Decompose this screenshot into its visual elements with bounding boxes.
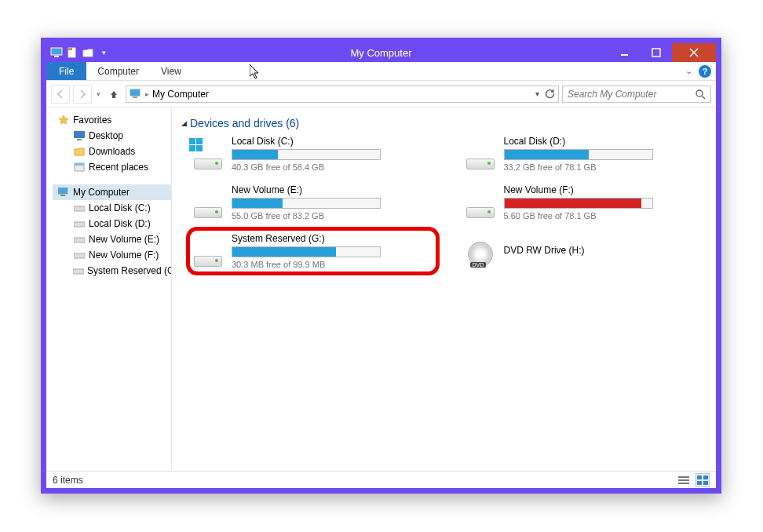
sidebar-item-drive-c[interactable]: Local Disk (C:): [53, 200, 171, 216]
sidebar-item-downloads[interactable]: Downloads: [53, 144, 171, 159]
drive-free-text: 33.2 GB free of 78.1 GB: [504, 162, 706, 172]
address-location[interactable]: My Computer: [152, 89, 532, 100]
sidebar-item-recent[interactable]: Recent places: [53, 159, 171, 175]
status-bar: 6 items: [46, 471, 716, 488]
recent-places-icon: [73, 161, 86, 173]
svg-point-8: [696, 90, 703, 97]
nav-up-button[interactable]: [105, 86, 122, 103]
tiles-view-button[interactable]: [695, 473, 710, 487]
titlebar[interactable]: ▾ My Computer: [46, 43, 716, 62]
drive-free-text: 40.3 GB free of 58.4 GB: [232, 162, 433, 172]
sidebar-item-label: Downloads: [89, 146, 135, 157]
nav-forward-button[interactable]: [73, 85, 92, 104]
computer-icon: [57, 186, 70, 199]
desktop-icon: [73, 129, 86, 142]
sidebar-item-drive-d[interactable]: Local Disk (D:): [53, 216, 171, 231]
sidebar-item-desktop[interactable]: Desktop: [53, 128, 171, 144]
svg-rect-22: [196, 138, 203, 144]
drive-tile[interactable]: New Volume (E:)55.0 GB free of 83.2 GB: [191, 183, 435, 222]
address-dropdown-icon[interactable]: ▾: [535, 89, 539, 98]
svg-rect-14: [58, 188, 68, 194]
hdd-icon: [73, 217, 86, 230]
drive-capacity-bar: [232, 198, 381, 209]
svg-rect-29: [703, 476, 708, 479]
svg-rect-11: [77, 139, 82, 140]
hdd-drive-icon: [465, 187, 496, 218]
hdd-drive-icon: [192, 187, 224, 218]
drive-capacity-bar: [232, 149, 381, 160]
maximize-button[interactable]: [641, 43, 672, 62]
star-icon: [57, 114, 70, 126]
address-bar: ▾ ▸ My Computer ▾: [46, 81, 716, 107]
search-box[interactable]: [562, 86, 711, 103]
drive-capacity-bar: [504, 149, 653, 160]
details-view-button[interactable]: [677, 473, 691, 487]
svg-rect-15: [60, 195, 65, 196]
favorites-group: Favorites Desktop Downloads Recent place…: [53, 112, 171, 175]
svg-rect-3: [68, 48, 72, 50]
search-icon[interactable]: [695, 89, 706, 100]
svg-line-9: [702, 96, 705, 99]
drive-tile[interactable]: DVDDVD RW Drive (H:): [463, 231, 707, 271]
computer-icon: [49, 46, 64, 60]
recent-locations-icon[interactable]: ▾: [97, 90, 100, 98]
svg-rect-10: [74, 131, 85, 138]
svg-rect-4: [621, 54, 628, 56]
sidebar-item-drive-e[interactable]: New Volume (E:): [53, 231, 171, 247]
address-box[interactable]: ▸ My Computer ▾: [126, 86, 559, 103]
drive-free-text: 5.60 GB free of 78.1 GB: [504, 211, 706, 220]
svg-rect-19: [74, 253, 85, 258]
nav-back-button[interactable]: [51, 85, 70, 104]
breadcrumb-separator-icon[interactable]: ▸: [145, 90, 149, 98]
group-header-label: Devices and drives (6): [190, 117, 299, 129]
content-pane[interactable]: ◢ Devices and drives (6) Local Disk (C:)…: [172, 107, 716, 471]
folder-icon[interactable]: [81, 46, 95, 60]
sidebar-item-label: Local Disk (C:): [89, 202, 151, 213]
sidebar-item-label: My Computer: [73, 187, 130, 198]
tab-view[interactable]: View: [150, 62, 192, 80]
favorites-header[interactable]: Favorites: [53, 112, 171, 128]
svg-rect-28: [697, 476, 702, 479]
ribbon-tabs: File Computer View ⌄ ?: [46, 62, 716, 81]
drive-tile[interactable]: Local Disk (D:)33.2 GB free of 78.1 GB: [463, 134, 707, 173]
svg-rect-18: [74, 238, 85, 242]
hdd-icon: [73, 264, 84, 277]
sidebar-item-computer[interactable]: My Computer: [53, 184, 171, 200]
minimize-button[interactable]: [609, 43, 641, 62]
svg-rect-25: [678, 476, 689, 478]
sidebar-item-drive-g[interactable]: System Reserved (G:): [53, 263, 171, 279]
computer-location-icon: [130, 88, 142, 100]
quick-access-toolbar: ▾: [46, 46, 111, 60]
svg-rect-20: [73, 269, 84, 274]
svg-rect-26: [678, 479, 689, 481]
dropdown-arrow-icon[interactable]: ▾: [97, 46, 111, 60]
drive-capacity-bar: [232, 246, 381, 257]
ribbon-collapse-icon[interactable]: ⌄: [685, 66, 692, 76]
hdd-icon: [73, 249, 86, 261]
file-tab[interactable]: File: [46, 62, 86, 80]
sidebar-item-label: System Reserved (G:): [87, 265, 172, 276]
drive-capacity-bar: [504, 198, 653, 209]
sidebar-item-label: Recent places: [89, 162, 148, 173]
svg-rect-1: [54, 56, 59, 57]
help-icon[interactable]: ?: [699, 65, 711, 78]
drive-name: System Reserved (G:): [232, 233, 433, 244]
sidebar-item-drive-f[interactable]: New Volume (F:): [53, 247, 171, 263]
drive-tile[interactable]: System Reserved (G:)30.3 MB free of 99.9…: [191, 231, 435, 271]
drive-tile[interactable]: Local Disk (C:)40.3 GB free of 58.4 GB: [191, 134, 435, 173]
refresh-icon[interactable]: [544, 89, 555, 100]
sidebar-item-label: Desktop: [89, 130, 123, 141]
favorites-label: Favorites: [73, 115, 111, 126]
tab-computer[interactable]: Computer: [86, 62, 150, 80]
document-icon[interactable]: [65, 46, 79, 60]
drive-tile[interactable]: New Volume (F:)5.60 GB free of 78.1 GB: [463, 183, 707, 222]
main-area: Favorites Desktop Downloads Recent place…: [46, 107, 716, 471]
search-input[interactable]: [568, 89, 690, 100]
close-button[interactable]: [672, 43, 716, 62]
svg-rect-24: [196, 145, 203, 151]
svg-rect-16: [74, 206, 85, 211]
group-header[interactable]: ◢ Devices and drives (6): [181, 117, 706, 129]
collapse-arrow-icon[interactable]: ◢: [181, 119, 187, 127]
svg-rect-13: [75, 163, 84, 166]
svg-rect-27: [678, 483, 689, 484]
